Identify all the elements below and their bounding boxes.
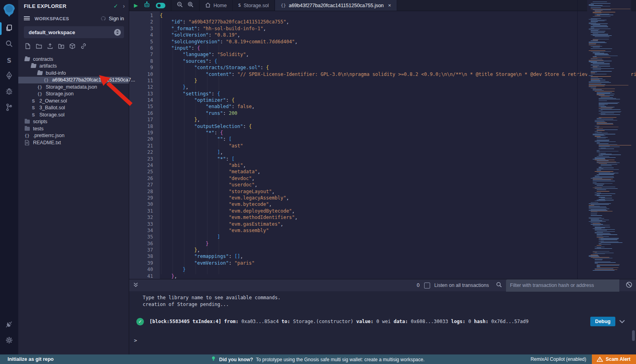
- code-line: "evmVersion": "paris": [160, 260, 636, 266]
- line-number: 36: [129, 240, 160, 247]
- tree-item-build-info[interactable]: build-info: [18, 70, 129, 77]
- tree-item-label: Storage_metadata.json: [46, 84, 97, 90]
- tab-home[interactable]: Home: [200, 0, 233, 11]
- clear-console-icon[interactable]: [626, 281, 632, 290]
- code-line: },: [160, 116, 636, 123]
- expand-tx-chevron-icon[interactable]: [619, 318, 625, 325]
- line-number: 10: [129, 71, 160, 77]
- line-number: 16: [129, 110, 160, 116]
- tree-item-label: a69b43f277ba20fcac141151250ca7...: [52, 77, 135, 83]
- rail-item-search[interactable]: [0, 37, 18, 52]
- rail-item-solidity-compiler[interactable]: S: [0, 52, 18, 68]
- code-line: },: [160, 84, 636, 90]
- tree-item-storage-sol[interactable]: SStorage.sol: [18, 111, 129, 118]
- line-number: 29: [129, 195, 160, 201]
- code-line: "_format": "hh-sol-build-info-1",: [160, 25, 636, 32]
- copilot-toggle[interactable]: [156, 3, 165, 8]
- tab-a69b43f277ba20fcac141151250ca755-json[interactable]: {}a69b43f277ba20fcac141151250ca755.json×: [275, 0, 397, 11]
- code-line: "runs": 200: [160, 110, 636, 116]
- rail-item-settings[interactable]: [0, 333, 18, 349]
- link-icon[interactable]: [80, 43, 87, 51]
- code-line: "evm.assembly": [160, 227, 636, 234]
- minimap[interactable]: [587, 0, 631, 279]
- tree-item-label: contracts: [33, 56, 53, 62]
- line-number: 12: [129, 84, 160, 90]
- line-number: 7: [129, 51, 160, 58]
- tree-item-a69b43f277ba20fcac141151250ca7-[interactable]: {}a69b43f277ba20fcac141151250ca7...: [18, 77, 129, 84]
- code-line: "contracts/Storage.sol": {: [160, 64, 636, 71]
- close-tab-icon[interactable]: ×: [388, 2, 391, 8]
- tree-item-2-owner-sol[interactable]: S2_Owner.sol: [18, 97, 129, 105]
- tree-item--prettierrc-json[interactable]: {}.prettierrc.json: [18, 132, 129, 139]
- tab-storage-sol[interactable]: SStorage.sol: [233, 0, 275, 11]
- workspace-caret-icon: [114, 29, 121, 36]
- line-number: 15: [129, 103, 160, 110]
- transaction-filter-input[interactable]: [506, 279, 619, 292]
- line-number: 25: [129, 168, 160, 175]
- tree-item-scripts[interactable]: scripts: [18, 118, 129, 126]
- tree-item-label: tests: [33, 126, 43, 132]
- folder-open-icon: [37, 71, 43, 75]
- transaction-log-row[interactable]: ✓ [block:5583405 txIndex:4] from: 0xa03.…: [136, 317, 636, 326]
- debug-button[interactable]: Debug: [590, 317, 615, 326]
- tree-item-3-ballot-sol[interactable]: S3_Ballot.sol: [18, 105, 129, 112]
- solidity-file-icon: S: [238, 3, 241, 8]
- tree-item-label: scripts: [33, 119, 47, 124]
- sign-in-button[interactable]: Sign in: [100, 16, 124, 21]
- line-number: 40: [129, 266, 160, 273]
- code-line: "settings": {: [160, 91, 636, 97]
- run-script-icon[interactable]: ▶: [134, 2, 138, 8]
- chevron-right-icon[interactable]: ›: [123, 3, 125, 9]
- tree-item-label: 3_Ballot.sol: [39, 105, 65, 110]
- rail-item-file-explorer[interactable]: [0, 21, 18, 37]
- zoom-in-icon[interactable]: [188, 2, 194, 9]
- hamburger-menu-icon[interactable]: [24, 15, 30, 22]
- file-explorer-header: FILE EXPLORER ✓ ›: [18, 0, 129, 12]
- line-number: 23: [129, 156, 160, 162]
- tree-item-tests[interactable]: tests: [18, 125, 129, 132]
- code-line: "id": "a69b43f277ba20fcac141151250ca755"…: [160, 19, 636, 25]
- remix-logo-icon[interactable]: [2, 3, 16, 18]
- tree-item-readme-txt[interactable]: README.txt: [18, 139, 129, 146]
- terminal-prompt[interactable]: >: [134, 337, 137, 343]
- code-line: "language": "Solidity",: [160, 51, 636, 58]
- line-number: 4: [129, 32, 160, 38]
- line-number: 31: [129, 208, 160, 214]
- rail-item-plugin-manager[interactable]: [0, 317, 18, 333]
- listen-all-checkbox[interactable]: [424, 283, 430, 288]
- upload-folder-icon[interactable]: [58, 43, 64, 51]
- code-content[interactable]: { "id": "a69b43f277ba20fcac141151250ca75…: [160, 11, 636, 279]
- lightbulb-icon: [211, 357, 217, 362]
- github-icon: [100, 16, 107, 21]
- tab-label: Home: [213, 3, 227, 8]
- tree-item-storage-metadata-json[interactable]: {}Storage_metadata.json: [18, 83, 129, 91]
- remix-ide-window: S FILE EXPLORER ✓ › WORKSPACES Sign in d…: [0, 0, 636, 364]
- code-line: },: [160, 247, 636, 253]
- terminal-log-line: creation of Storage pending...: [143, 301, 636, 308]
- tree-item-label: artifacts: [39, 63, 57, 69]
- line-number: 27: [129, 182, 160, 188]
- rail-item-git[interactable]: [0, 100, 18, 116]
- cube-icon[interactable]: [69, 43, 76, 51]
- new-folder-icon[interactable]: [36, 43, 42, 51]
- terminal-scrollbar[interactable]: [632, 330, 635, 341]
- rail-item-deploy-and-run[interactable]: [0, 68, 18, 84]
- collapse-terminal-icon[interactable]: [133, 282, 138, 289]
- line-number: 37: [129, 247, 160, 253]
- tx-success-icon: ✓: [136, 318, 144, 325]
- terminal-body: Type the library name to see available c…: [129, 291, 636, 354]
- tree-item-storage-json[interactable]: {}Storage.json: [18, 91, 129, 98]
- json-file-icon: {}: [24, 133, 30, 138]
- tree-item-contracts[interactable]: contracts: [18, 56, 129, 63]
- tree-item-label: build-info: [46, 70, 66, 76]
- line-number: 3: [129, 25, 160, 32]
- solidity-icon: S: [7, 57, 12, 64]
- copilot-robot-icon[interactable]: [143, 1, 150, 10]
- upload-file-icon[interactable]: [47, 43, 53, 51]
- json-file-icon: {}: [37, 85, 43, 89]
- workspace-select[interactable]: default_workspace: [24, 26, 124, 38]
- new-file-icon[interactable]: [25, 43, 31, 51]
- tree-item-artifacts[interactable]: artifacts: [18, 63, 129, 70]
- rail-item-debugger[interactable]: [0, 84, 18, 100]
- zoom-out-icon[interactable]: [177, 2, 183, 9]
